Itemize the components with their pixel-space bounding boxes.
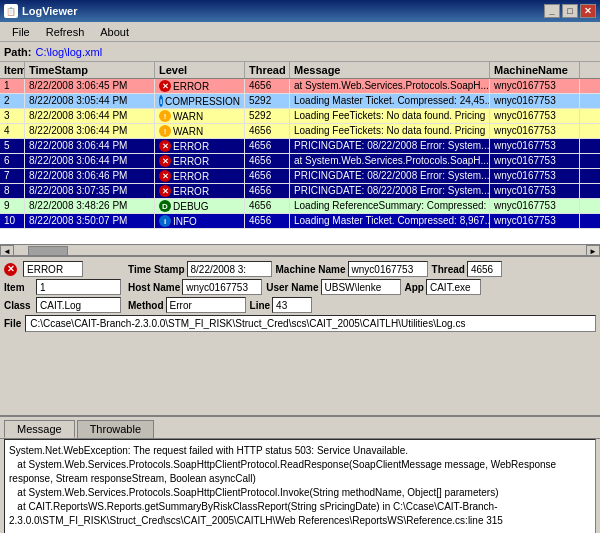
class-label: Class <box>4 300 34 311</box>
cell-level: ✕ ERROR <box>155 79 245 93</box>
cell-message: PRICINGDATE: 08/22/2008 Error: System... <box>290 184 490 198</box>
menu-file[interactable]: File <box>4 24 38 40</box>
cell-machinename: wnyc0167753 <box>490 154 580 168</box>
table-row[interactable]: 5 8/22/2008 3:06:44 PM ✕ ERROR 4656 PRIC… <box>0 139 600 154</box>
maximize-button[interactable]: □ <box>562 4 578 18</box>
cell-level: ✕ ERROR <box>155 139 245 153</box>
cell-thread: 4656 <box>245 199 290 213</box>
tab-throwable[interactable]: Throwable <box>77 420 154 438</box>
scroll-right-arrow[interactable]: ► <box>586 245 600 258</box>
app-value: CAIT.exe <box>426 279 481 295</box>
tab-message[interactable]: Message <box>4 420 75 438</box>
detail-level: ERROR <box>23 261 83 277</box>
cell-message: Loading FeeTickets: No data found. Prici… <box>290 109 490 123</box>
col-message: Message <box>290 62 490 78</box>
machinename-value: wnyc0167753 <box>348 261 428 277</box>
menu-about[interactable]: About <box>92 24 137 40</box>
cell-message: Loading FeeTickets: No data found. Prici… <box>290 124 490 138</box>
message-area[interactable]: System.Net.WebException: The request fai… <box>4 439 596 533</box>
cell-thread: 4656 <box>245 139 290 153</box>
file-label: File <box>4 318 21 329</box>
cell-message: at System.Web.Services.Protocols.SoapH..… <box>290 79 490 93</box>
username-value: UBSW\lenke <box>321 279 401 295</box>
cell-level: D DEBUG <box>155 199 245 213</box>
app-icon: 📋 <box>4 4 18 18</box>
grid-container: Item TimeStamp Level Thread Message Mach… <box>0 62 600 257</box>
line-label: Line <box>250 300 271 311</box>
cell-level: ✕ ERROR <box>155 169 245 183</box>
cell-item: 3 <box>0 109 25 123</box>
cell-machinename: wnyc0167753 <box>490 94 580 108</box>
cell-thread: 4656 <box>245 184 290 198</box>
table-row[interactable]: 6 8/22/2008 3:06:44 PM ✕ ERROR 4656 at S… <box>0 154 600 169</box>
menu-refresh[interactable]: Refresh <box>38 24 93 40</box>
username-label: User Name <box>266 282 318 293</box>
cell-timestamp: 8/22/2008 3:06:44 PM <box>25 139 155 153</box>
table-row[interactable]: 7 8/22/2008 3:06:46 PM ✕ ERROR 4656 PRIC… <box>0 169 600 184</box>
close-button[interactable]: ✕ <box>580 4 596 18</box>
cell-thread: 4656 <box>245 79 290 93</box>
tabs-bar: Message Throwable <box>0 417 600 439</box>
cell-item: 10 <box>0 214 25 228</box>
table-row[interactable]: 4 8/22/2008 3:06:44 PM ! WARN 4656 Loadi… <box>0 124 600 139</box>
cell-message: Loading Master Ticket. Compressed: 24,45… <box>290 94 490 108</box>
table-row[interactable]: 2 8/22/2008 3:05:44 PM i COMPRESSION 529… <box>0 94 600 109</box>
machinename-label: Machine Name <box>276 264 346 275</box>
cell-level: i INFO <box>155 214 245 228</box>
cell-level: ✕ ERROR <box>155 154 245 168</box>
window-title: LogViewer <box>22 5 77 17</box>
cell-timestamp: 8/22/2008 3:06:44 PM <box>25 124 155 138</box>
cell-timestamp: 8/22/2008 3:05:44 PM <box>25 94 155 108</box>
cell-message: PRICINGDATE: 08/22/2008 Error: System... <box>290 139 490 153</box>
scroll-left-arrow[interactable]: ◄ <box>0 245 14 258</box>
cell-item: 6 <box>0 154 25 168</box>
cell-machinename: wnyc0167753 <box>490 109 580 123</box>
cell-level: i COMPRESSION <box>155 94 245 108</box>
cell-machinename: wnyc0167753 <box>490 169 580 183</box>
cell-item: 7 <box>0 169 25 183</box>
title-bar: 📋 LogViewer _ □ ✕ <box>0 0 600 22</box>
cell-level: ✕ ERROR <box>155 184 245 198</box>
cell-timestamp: 8/22/2008 3:50:07 PM <box>25 214 155 228</box>
cell-item: 1 <box>0 79 25 93</box>
horizontal-scrollbar[interactable]: ◄ ► <box>0 244 600 257</box>
menu-bar: File Refresh About <box>0 22 600 42</box>
cell-thread: 5292 <box>245 109 290 123</box>
cell-item: 2 <box>0 94 25 108</box>
col-machinename: MachineName <box>490 62 580 78</box>
cell-machinename: wnyc0167753 <box>490 79 580 93</box>
method-value: Error <box>166 297 246 313</box>
path-bar: Path: C:\log\log.xml <box>0 42 600 62</box>
cell-machinename: wnyc0167753 <box>490 214 580 228</box>
cell-message: Loading Master Ticket. Compressed: 8,967… <box>290 214 490 228</box>
hostname-label: Host Name <box>128 282 180 293</box>
cell-level: ! WARN <box>155 124 245 138</box>
col-level: Level <box>155 62 245 78</box>
cell-timestamp: 8/22/2008 3:06:44 PM <box>25 109 155 123</box>
thread-value: 4656 <box>467 261 502 277</box>
item-label: Item <box>4 282 34 293</box>
table-row[interactable]: 8 8/22/2008 3:07:35 PM ✕ ERROR 4656 PRIC… <box>0 184 600 199</box>
item-value: 1 <box>36 279 121 295</box>
detail-panel: ✕ ERROR Time Stamp 8/22/2008 3: Machine … <box>0 257 600 417</box>
path-label: Path: <box>4 46 32 58</box>
cell-timestamp: 8/22/2008 3:07:35 PM <box>25 184 155 198</box>
cell-item: 9 <box>0 199 25 213</box>
cell-message: PRICINGDATE: 08/22/2008 Error: System... <box>290 169 490 183</box>
cell-item: 8 <box>0 184 25 198</box>
path-value: C:\log\log.xml <box>36 46 103 58</box>
minimize-button[interactable]: _ <box>544 4 560 18</box>
grid-header: Item TimeStamp Level Thread Message Mach… <box>0 62 600 79</box>
method-label: Method <box>128 300 164 311</box>
scroll-thumb[interactable] <box>28 246 68 258</box>
table-row[interactable]: 3 8/22/2008 3:06:44 PM ! WARN 5292 Loadi… <box>0 109 600 124</box>
table-row[interactable]: 1 8/22/2008 3:06:45 PM ✕ ERROR 4656 at S… <box>0 79 600 94</box>
timestamp-label: Time Stamp <box>128 264 185 275</box>
cell-message: at System.Web.Services.Protocols.SoapH..… <box>290 154 490 168</box>
grid-body[interactable]: 1 8/22/2008 3:06:45 PM ✕ ERROR 4656 at S… <box>0 79 600 244</box>
cell-thread: 4656 <box>245 124 290 138</box>
table-row[interactable]: 9 8/22/2008 3:48:26 PM D DEBUG 4656 Load… <box>0 199 600 214</box>
table-row[interactable]: 10 8/22/2008 3:50:07 PM i INFO 4656 Load… <box>0 214 600 229</box>
cell-machinename: wnyc0167753 <box>490 139 580 153</box>
cell-level: ! WARN <box>155 109 245 123</box>
